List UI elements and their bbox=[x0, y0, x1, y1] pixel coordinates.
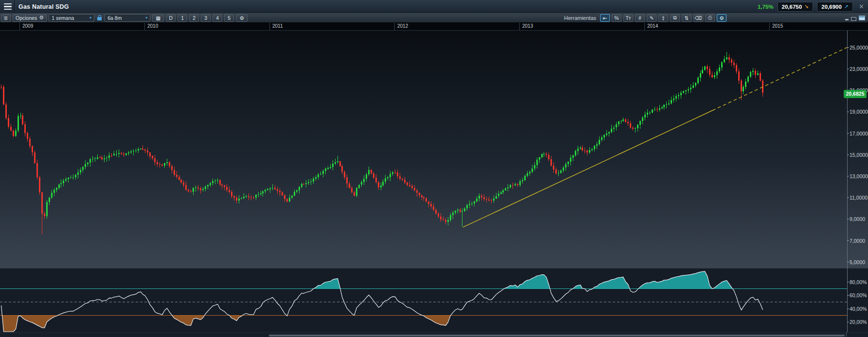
window-header: Gas Natural SDG 1,75% 20,6750 ➘ 20,6900 … bbox=[0, 0, 868, 14]
percent-tick-label: 40,00% bbox=[850, 306, 867, 312]
toolbar-tools-group: Herramientas ⇤%Tт#✎‡⧉⇅⌫⎙⚙ bbox=[564, 13, 726, 22]
indicator-icon[interactable]: ⇅ bbox=[682, 14, 691, 22]
period-button-D[interactable]: D bbox=[166, 14, 176, 22]
last-price-badge: 20,6825 bbox=[844, 90, 867, 98]
timeframe-dropdown[interactable]: 1 semana ▾ bbox=[49, 14, 94, 22]
lock-icon[interactable] bbox=[97, 17, 102, 20]
maximize-icon[interactable] bbox=[859, 16, 865, 20]
range-value: 6a 8m bbox=[107, 15, 122, 21]
percent-tick-label: 80,00% bbox=[850, 279, 867, 285]
percent-tick-label: 60,00% bbox=[850, 292, 867, 298]
change-percent: 1,75% bbox=[758, 4, 774, 10]
settings-gear-icon[interactable]: ⚙ bbox=[236, 14, 248, 22]
quote-panel: 1,75% 20,6750 ➘ 20,6900 ➚ ✕ bbox=[758, 0, 864, 13]
price-tick-label: 17,0000 bbox=[850, 131, 868, 136]
year-label-2011: 2011 bbox=[269, 22, 283, 30]
period-buttons: D12345 bbox=[166, 14, 234, 22]
period-button-1[interactable]: 1 bbox=[177, 14, 187, 22]
year-label-2014: 2014 bbox=[644, 22, 658, 30]
window-controls bbox=[845, 13, 865, 22]
percent-scale-icon[interactable]: % bbox=[612, 14, 621, 22]
tools-label: Herramientas bbox=[564, 15, 596, 21]
time-axis[interactable]: 2009201020112012201320142015 bbox=[0, 22, 868, 31]
bid-button[interactable]: 20,6750 ➘ bbox=[778, 2, 814, 12]
hamburger-menu-icon[interactable] bbox=[0, 0, 15, 13]
axis-divider bbox=[846, 332, 847, 337]
ask-price: 20,6900 bbox=[821, 4, 842, 10]
period-button-5[interactable]: 5 bbox=[224, 14, 234, 22]
calendar-icon[interactable]: ▦ bbox=[152, 14, 164, 22]
year-label-2010: 2010 bbox=[144, 22, 158, 30]
options-button[interactable]: Opciones ⚙ bbox=[13, 14, 47, 22]
ask-button[interactable]: 20,6900 ➚ bbox=[817, 2, 853, 12]
price-tick-label: 25,0000 bbox=[850, 45, 868, 51]
close-icon[interactable]: ✕ bbox=[859, 3, 864, 10]
year-label-2015: 2015 bbox=[769, 22, 783, 30]
list-icon[interactable]: ≣ bbox=[1, 14, 11, 22]
text-tool-icon[interactable]: Tт bbox=[623, 14, 633, 22]
ask-arrow-up-icon: ➚ bbox=[844, 3, 849, 10]
chart-canvas[interactable] bbox=[0, 30, 847, 332]
bid-arrow-down-icon: ➘ bbox=[804, 3, 809, 10]
price-tick-label: 19,0000 bbox=[850, 109, 868, 115]
horizontal-scrollbar-thumb[interactable] bbox=[269, 335, 845, 337]
bid-price: 20,6750 bbox=[782, 4, 802, 10]
draw-line-icon[interactable]: ✎ bbox=[647, 14, 656, 22]
chart-settings-icon[interactable]: ⚙ bbox=[717, 14, 726, 22]
eraser-icon[interactable]: ⌫ bbox=[693, 14, 703, 22]
year-label-2012: 2012 bbox=[394, 22, 408, 30]
layout-windows-icon[interactable]: ⧉ bbox=[670, 14, 680, 22]
period-button-2[interactable]: 2 bbox=[189, 14, 199, 22]
year-label-2013: 2013 bbox=[519, 22, 533, 30]
chevron-down-icon: ▾ bbox=[145, 16, 147, 20]
percent-tick-label: 20,00% bbox=[850, 319, 867, 325]
pointer-snap-icon[interactable]: ⇤ bbox=[600, 14, 610, 22]
price-tick-label: 23,0000 bbox=[850, 66, 868, 72]
instrument-title: Gas Natural SDG bbox=[18, 3, 69, 10]
price-tick-label: 13,0000 bbox=[850, 173, 868, 179]
period-button-4[interactable]: 4 bbox=[213, 14, 222, 22]
range-dropdown[interactable]: 6a 8m ▾ bbox=[105, 14, 150, 22]
price-tick-label: 7,0000 bbox=[850, 238, 865, 244]
price-tick-label: 15,0000 bbox=[850, 152, 868, 158]
price-tick-label: 11,0000 bbox=[850, 195, 868, 201]
gear-icon: ⚙ bbox=[39, 15, 44, 21]
year-label-2009: 2009 bbox=[19, 22, 33, 30]
period-button-3[interactable]: 3 bbox=[201, 14, 211, 22]
timeframe-value: 1 semana bbox=[52, 15, 74, 21]
restore-icon[interactable] bbox=[851, 17, 856, 21]
price-tick-label: 5,0000 bbox=[850, 259, 865, 265]
print-icon[interactable]: ⎙ bbox=[705, 14, 715, 22]
toolbar-left-group: ≣ Opciones ⚙ 1 semana ▾ 6a 8m ▾ ▦ D12345… bbox=[1, 13, 248, 22]
candle-style-icon[interactable]: ‡ bbox=[658, 14, 668, 22]
options-label: Opciones bbox=[16, 15, 37, 21]
minimize-icon[interactable] bbox=[845, 19, 849, 20]
chevron-down-icon: ▾ bbox=[89, 16, 91, 20]
chart-toolbar: ≣ Opciones ⚙ 1 semana ▾ 6a 8m ▾ ▦ D12345… bbox=[0, 13, 868, 23]
grid-icon[interactable]: # bbox=[635, 14, 645, 22]
price-tick-label: 9,0000 bbox=[850, 216, 865, 222]
